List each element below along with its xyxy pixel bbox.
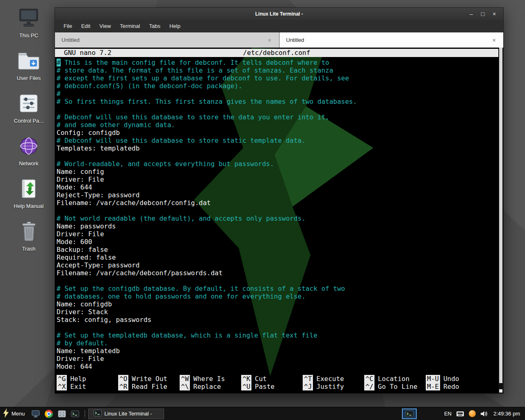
- window-buttons: – □ ×: [466, 8, 500, 20]
- control-panel-icon: [17, 92, 40, 115]
- menu-help[interactable]: Help: [165, 20, 185, 32]
- nano-shortcut[interactable]: M-ERedo: [426, 383, 487, 390]
- desktop-icon-user-files[interactable]: User Files: [7, 49, 50, 81]
- shortcut-key: ^J: [303, 383, 313, 390]
- desktop-icon-label: Trash: [22, 246, 36, 252]
- shortcut-label: Execute: [316, 375, 344, 383]
- editor-line: Driver: Stack: [57, 308, 498, 316]
- nano-shortcut[interactable]: ^CLocation: [364, 375, 426, 383]
- nano-shortcut[interactable]: ^KCut: [241, 375, 303, 383]
- volume-icon[interactable]: [480, 411, 488, 417]
- menu-file[interactable]: File: [59, 20, 77, 32]
- nano-filename: /etc/debconf.conf: [55, 49, 498, 57]
- start-menu-label: Menu: [11, 411, 25, 417]
- editor-line: Name: passwords: [57, 222, 498, 230]
- menu-edit[interactable]: Edit: [77, 20, 95, 32]
- menu-tabs[interactable]: Tabs: [144, 20, 164, 32]
- start-menu-button[interactable]: Menu: [0, 407, 29, 420]
- active-window-indicator[interactable]: [402, 409, 417, 419]
- minimize-button[interactable]: –: [466, 8, 477, 20]
- taskbar-window-button[interactable]: Linux Lite Terminal -: [88, 409, 164, 419]
- clock[interactable]: 2:49:36 pm: [493, 411, 520, 417]
- tab-close-icon[interactable]: ×: [267, 37, 272, 43]
- desktop-icon-label: Network: [19, 160, 39, 167]
- editor-line: Mode: 644: [57, 363, 498, 370]
- desktop-icon-network[interactable]: Network: [7, 135, 50, 167]
- editor-line: Templates: templatedb: [57, 144, 498, 152]
- menu-terminal[interactable]: Terminal: [115, 20, 144, 32]
- desktop-icon-label: Control Pa...: [14, 118, 43, 124]
- editor-line: # except the first sets up a database fo…: [57, 74, 498, 82]
- editor-line: [57, 152, 498, 160]
- update-orange-icon[interactable]: [469, 410, 476, 417]
- desktop-icon-help-manual[interactable]: Help Manual: [7, 177, 50, 209]
- nano-shortcut[interactable]: ^JJustify: [303, 383, 364, 390]
- nano-shortcut[interactable]: ^GHelp: [57, 375, 118, 383]
- shortcut-label: Undo: [443, 375, 459, 383]
- nano-shortcut[interactable]: M-UUndo: [426, 375, 487, 383]
- nano-shortcut[interactable]: ^XExit: [57, 383, 118, 390]
- desktop-icon-trash[interactable]: Trash: [7, 220, 50, 252]
- nano-shortcut[interactable]: ^/Go To Line: [364, 383, 426, 390]
- shortcut-key: ^K: [241, 375, 251, 383]
- desktop-icon-this-pc[interactable]: This PC: [7, 7, 50, 39]
- tab-label: Untitled: [286, 37, 492, 43]
- shortcut-label: Cut: [255, 375, 267, 383]
- desktop-icon-control-panel[interactable]: Control Pa...: [7, 92, 50, 124]
- shortcut-key: M-U: [426, 375, 440, 383]
- terminal-icon: [94, 410, 102, 418]
- shortcut-key: ^W: [180, 375, 190, 383]
- shortcut-key: ^C: [364, 375, 374, 383]
- shortcut-key: ^O: [118, 375, 128, 383]
- shortcut-key: ^R: [118, 383, 128, 390]
- system-tray: EN 2:49:36 pm: [402, 409, 525, 419]
- editor-line: # This is the main config file for debco…: [57, 59, 498, 66]
- shortcut-label: Location: [378, 375, 409, 383]
- shortcut-label: Justify: [316, 383, 344, 390]
- maximize-button[interactable]: □: [477, 8, 488, 20]
- folder-icon: [17, 49, 40, 72]
- editor-line: Driver: File: [57, 176, 498, 183]
- nano-shortcut[interactable]: ^\Replace: [180, 383, 241, 390]
- text-cursor: #: [57, 59, 61, 66]
- editor-line: Filename: /var/cache/debconf/config.dat: [57, 199, 498, 207]
- titlebar[interactable]: Linux Lite Terminal - – □ ×: [55, 8, 503, 20]
- tab-1[interactable]: Untitled×: [55, 32, 280, 48]
- nano-shortcut[interactable]: ^WWhere Is: [180, 375, 241, 383]
- editor-line: Mode: 644: [57, 183, 498, 191]
- tab-close-icon[interactable]: ×: [491, 37, 497, 43]
- nano-shortcut[interactable]: ^UPaste: [241, 383, 303, 390]
- tab-label: Untitled: [62, 37, 267, 43]
- shortcut-label: Help: [70, 375, 86, 383]
- nano-shortcut[interactable]: ^TExecute: [303, 375, 364, 383]
- tab-2[interactable]: Untitled×: [280, 32, 504, 48]
- keyboard-icon[interactable]: [456, 411, 464, 417]
- nano-shortcut[interactable]: ^RRead File: [118, 383, 180, 390]
- close-button[interactable]: ×: [488, 8, 500, 20]
- monitor-app-icon[interactable]: [30, 409, 41, 419]
- editor-line: #: [57, 90, 498, 98]
- editor-line: [57, 105, 498, 113]
- editor-content[interactable]: # This is the main config file for debco…: [57, 59, 498, 370]
- editor-line: # debconf.conf(5) (in the debconf-doc pa…: [57, 82, 498, 90]
- chrome-icon[interactable]: [43, 409, 54, 419]
- shortcut-key: ^T: [303, 375, 313, 383]
- editor-line: [57, 277, 498, 285]
- menu-view[interactable]: View: [95, 20, 115, 32]
- terminal-icon[interactable]: [70, 409, 80, 419]
- editor-line: # by default.: [57, 339, 498, 347]
- globe-icon: [17, 135, 40, 158]
- editor-line: Driver: File: [57, 355, 498, 363]
- taskbar-window-label: Linux Lite Terminal -: [105, 411, 152, 417]
- keyboard-language-indicator[interactable]: EN: [444, 411, 452, 417]
- file-manager-icon[interactable]: [57, 409, 67, 419]
- shortcut-label: Where Is: [193, 375, 225, 383]
- nano-shortcut-bar: ^GHelp^OWrite Out^WWhere Is^KCut^TExecut…: [57, 375, 487, 390]
- terminal-scrollbar[interactable]: [498, 48, 503, 393]
- editor-line: # store data. The format of this file is…: [57, 66, 498, 74]
- nano-titlebar: GNU nano 7.2 /etc/debconf.conf: [55, 49, 498, 57]
- desktop-icon-list: This PCUser FilesControl Pa...NetworkHel…: [7, 7, 50, 252]
- terminal-pane[interactable]: GNU nano 7.2 /etc/debconf.conf # This is…: [55, 48, 503, 393]
- scrollbar-thumb[interactable]: [499, 48, 502, 383]
- nano-shortcut[interactable]: ^OWrite Out: [118, 375, 180, 383]
